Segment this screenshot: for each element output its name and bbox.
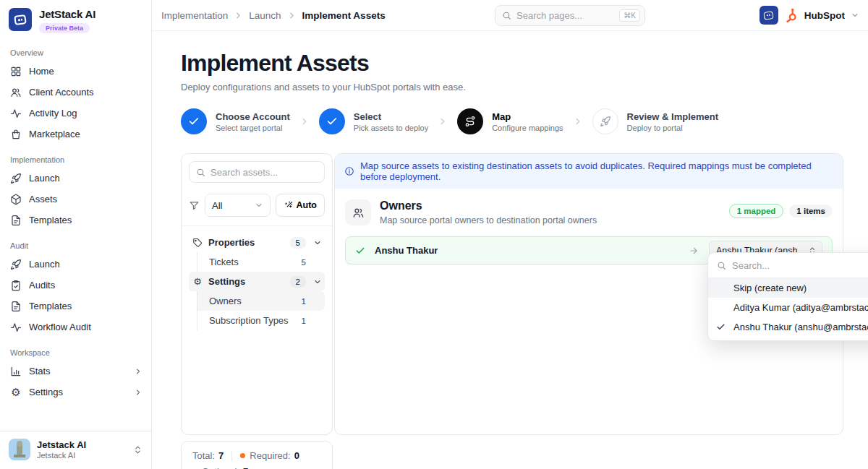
bar-chart-icon [10, 366, 22, 377]
chevron-right-icon [234, 11, 243, 20]
step-subtitle: Select target portal [216, 124, 290, 132]
sidebar-item-client-accounts[interactable]: Client Accounts [0, 82, 151, 103]
dropdown-search[interactable] [708, 253, 868, 278]
tree-item-label: Tickets [209, 257, 239, 267]
step-map[interactable]: Map Configure mappings [457, 108, 563, 134]
chevron-right-icon [438, 116, 448, 126]
app-title: JetStack AI [39, 8, 95, 20]
tree-item-label: Owners [209, 296, 242, 306]
check-icon [716, 322, 726, 332]
rocket-icon [10, 259, 22, 270]
sidebar-item-audit-launch[interactable]: Launch [0, 254, 151, 275]
info-banner-text: Map source assets to existing destinatio… [360, 160, 833, 182]
sidebar-item-activity-log[interactable]: Activity Log [0, 103, 151, 124]
main-area: Implementation Launch Implement Assets ⌘… [152, 0, 868, 469]
sidebar-item-audits[interactable]: Audits [0, 275, 151, 296]
sidebar-item-assets[interactable]: Assets [0, 189, 151, 210]
stepper: Choose Account Select target portal Sele… [181, 108, 843, 134]
required-label: Required: [250, 450, 290, 461]
step-subtitle: Deploy to portal [627, 124, 718, 132]
totals-summary: Total: 7 Required: 0 Optional: 7 [181, 441, 333, 469]
sidebar-item-label: Stats [29, 366, 51, 377]
global-search[interactable]: ⌘K [495, 5, 645, 26]
file-icon [10, 301, 22, 312]
chevron-right-icon [573, 116, 583, 126]
sidebar-item-workflow-audit[interactable]: Workflow Audit [0, 317, 151, 337]
nav-section-overview: Overview [10, 48, 151, 57]
sidebar-item-label: Client Accounts [29, 87, 94, 98]
avatar [9, 439, 30, 460]
filter-select[interactable]: All [205, 194, 271, 217]
tag-icon [192, 238, 203, 248]
dropdown-option-anshu[interactable]: Anshu Thakur (anshu@ambrstack.... [708, 317, 868, 337]
sidebar-item-stats[interactable]: Stats [0, 361, 151, 382]
tree-item-owners[interactable]: Owners 1 [197, 291, 325, 311]
dropdown-option-skip[interactable]: Skip (create new) [708, 278, 868, 298]
sidebar-item-label: Templates [29, 215, 72, 225]
dropdown-search-input[interactable] [732, 260, 868, 271]
assets-column: All Auto Propertie [181, 153, 333, 469]
step-title: Select [354, 111, 428, 122]
global-search-input[interactable] [516, 10, 614, 21]
breadcrumb-current: Implement Assets [302, 10, 386, 21]
dropdown-option-aditya[interactable]: Aditya Kumar (aditya@ambrstack... [708, 298, 868, 317]
sidebar-item-home[interactable]: Home [0, 61, 151, 82]
sidebar-item-settings[interactable]: ⚙ Settings [0, 382, 151, 403]
tree-item-tickets[interactable]: Tickets 5 [197, 252, 325, 272]
sidebar-item-impl-templates[interactable]: Templates [0, 210, 151, 231]
app-window: JetStack AI Private Beta Overview Home C… [0, 0, 868, 469]
app-logo[interactable]: JetStack AI Private Beta [0, 0, 151, 38]
nav-section-implementation: Implementation [10, 155, 151, 164]
search-icon [717, 261, 726, 270]
tree-children: Owners 1 Subscription Types 1 [197, 291, 325, 330]
package-icon [10, 194, 22, 205]
search-icon [196, 168, 205, 177]
hubspot-icon [784, 8, 799, 22]
route-icon [457, 108, 483, 134]
breadcrumb-launch[interactable]: Launch [249, 10, 281, 21]
info-banner: Map source assets to existing destinatio… [335, 154, 843, 189]
step-subtitle: Pick assets to deploy [354, 124, 428, 132]
chevron-right-icon [134, 388, 142, 397]
asset-search-input[interactable] [210, 167, 318, 178]
account-name: Jetstack AI [37, 439, 86, 450]
rocket-icon [592, 108, 618, 134]
clipboard-icon [10, 280, 22, 291]
activity-icon [10, 108, 22, 119]
dropdown-option-label: Skip (create new) [733, 283, 807, 293]
source-owner-name: Anshu Thakur [375, 245, 438, 256]
section-subtitle: Map source portal owners to destination … [380, 215, 597, 225]
step-select[interactable]: Select Pick assets to deploy [319, 108, 428, 134]
auto-map-button[interactable]: Auto [276, 194, 325, 217]
tree-children: Tickets 5 [197, 252, 325, 272]
funnel-icon[interactable] [189, 200, 200, 211]
step-review-implement[interactable]: Review & Implement Deploy to portal [592, 108, 718, 134]
breadcrumb-implementation[interactable]: Implementation [161, 10, 228, 21]
destination-dropdown: Skip (create new) Aditya Kumar (aditya@a… [707, 252, 868, 341]
dropdown-option-label: Anshu Thakur (anshu@ambrstack.... [733, 322, 868, 332]
sidebar-item-audit-templates[interactable]: Templates [0, 296, 151, 317]
filter-row: All Auto [189, 194, 325, 217]
tree-item-subscription-types[interactable]: Subscription Types 1 [197, 311, 325, 330]
divider [182, 225, 332, 226]
account-subtitle: Jetstack AI [37, 451, 86, 460]
bag-icon [10, 129, 22, 140]
tree-group-settings[interactable]: ⚙ Settings 2 [189, 272, 325, 291]
step-choose-account[interactable]: Choose Account Select target portal [181, 108, 290, 134]
filter-select-value: All [212, 200, 222, 211]
asset-search[interactable] [189, 161, 325, 183]
tree-group-label: Properties [208, 237, 255, 248]
workspace-account-switcher[interactable]: Jetstack AI Jetstack AI [0, 431, 151, 469]
portal-name: HubSpot [804, 10, 845, 21]
sidebar-item-impl-launch[interactable]: Launch [0, 168, 151, 189]
gear-icon: ⚙ [10, 387, 22, 398]
private-beta-badge: Private Beta [39, 23, 90, 33]
step-title: Choose Account [216, 111, 290, 122]
tree-group-properties[interactable]: Properties 5 [189, 233, 325, 252]
users-icon [10, 87, 22, 98]
sidebar-item-label: Audits [29, 280, 55, 291]
sidebar-item-marketplace[interactable]: Marketplace [0, 124, 151, 145]
sidebar-item-label: Templates [29, 301, 72, 311]
portal-switcher[interactable]: HubSpot [760, 6, 859, 25]
page-title: Implement Assets [181, 50, 843, 77]
